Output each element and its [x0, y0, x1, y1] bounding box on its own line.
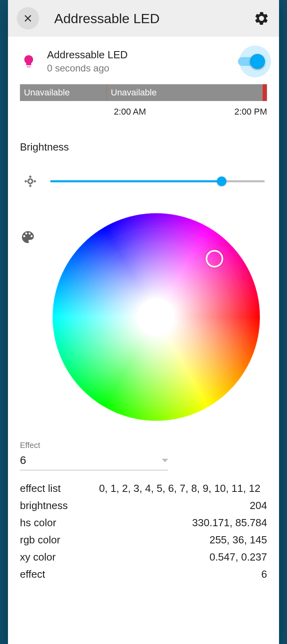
dialog-content: Addressable LED 0 seconds ago Unavailabl…: [8, 37, 279, 644]
color-row: [20, 213, 267, 421]
effect-select[interactable]: 6: [20, 452, 168, 470]
brightness-row: [20, 173, 267, 189]
attr-row: brightness204: [20, 497, 267, 514]
entity-name: Addressable LED: [47, 49, 222, 61]
attr-value: 0, 1, 2, 3, 4, 5, 6, 7, 8, 9, 10, 11, 12: [99, 482, 267, 495]
attr-row: rgb color255, 36, 145: [20, 531, 267, 549]
attr-key: rgb color: [20, 534, 99, 546]
color-wheel-wrap: [45, 213, 267, 421]
history-axis: 2:00 AM 2:00 PM: [20, 103, 267, 117]
entity-updated: 0 seconds ago: [47, 63, 222, 74]
entity-row: Addressable LED 0 seconds ago: [20, 49, 267, 74]
attr-row: xy color0.547, 0.237: [20, 549, 267, 566]
close-button[interactable]: [17, 7, 39, 30]
attr-key: effect: [20, 568, 99, 581]
attr-row: hs color330.171, 85.784: [20, 514, 267, 531]
attr-value: 330.171, 85.784: [99, 517, 267, 529]
attr-value: 204: [99, 499, 267, 512]
attr-row: effect list 0, 1, 2, 3, 4, 5, 6, 7, 8, 9…: [20, 480, 267, 497]
effect-section: Effect 6 effect list 0, 1, 2, 3, 4, 5, 6…: [20, 441, 267, 583]
brightness-slider[interactable]: [50, 176, 265, 186]
attributes-list: effect list 0, 1, 2, 3, 4, 5, 6, 7, 8, 9…: [20, 480, 267, 583]
power-toggle[interactable]: [231, 50, 267, 73]
history-segment: Unavailable: [107, 84, 263, 101]
attr-value: 6: [99, 568, 267, 581]
history-tick-left: 2:00 AM: [114, 107, 146, 117]
entity-text: Addressable LED 0 seconds ago: [47, 49, 222, 74]
chevron-down-icon: [162, 459, 168, 462]
attr-key: brightness: [20, 499, 99, 512]
history-segment: Unavailable: [20, 84, 106, 101]
close-icon: [22, 13, 33, 24]
effect-value: 6: [20, 454, 26, 467]
attr-value: 255, 36, 145: [99, 534, 267, 546]
history-bar[interactable]: UnavailableUnavailable: [20, 84, 267, 101]
entity-dialog: Addressable LED Addressable LED 0 second…: [8, 0, 279, 644]
attr-key: hs color: [20, 517, 99, 529]
lightbulb-icon: [20, 53, 37, 70]
dialog-title: Addressable LED: [54, 11, 245, 26]
brightness-label: Brightness: [20, 141, 267, 153]
gear-icon: [254, 11, 269, 26]
color-wheel[interactable]: [53, 213, 260, 421]
brightness-icon: [22, 173, 38, 189]
attr-key: xy color: [20, 551, 99, 563]
attr-value: 0.547, 0.237: [99, 551, 267, 563]
settings-button[interactable]: [253, 10, 270, 27]
dialog-header: Addressable LED: [8, 0, 279, 37]
palette-icon: [20, 229, 37, 247]
history-tick-right: 2:00 PM: [234, 107, 267, 117]
attr-row: effect6: [20, 566, 267, 583]
effect-label: Effect: [20, 441, 267, 450]
attr-key: effect list: [20, 482, 99, 495]
color-wheel-cursor[interactable]: [206, 250, 223, 268]
